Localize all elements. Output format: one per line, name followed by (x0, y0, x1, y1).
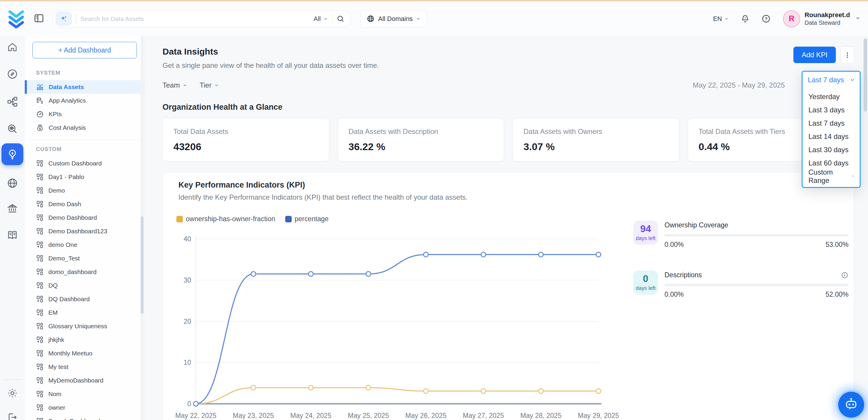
sidebar-item-custom-dashboard[interactable]: demo One (25, 238, 144, 251)
svg-text:30: 30 (183, 276, 191, 284)
svg-text:40: 40 (183, 235, 191, 243)
divider (332, 14, 333, 23)
dashboard-add-icon (36, 390, 44, 398)
sidebar-item-custom-dashboard[interactable]: Demo_Test (25, 251, 144, 265)
sidebar-item-custom-dashboard[interactable]: Demo Dash (25, 197, 144, 211)
globe-icon (367, 15, 375, 23)
sidebar-item-custom-dashboard[interactable]: Monthly Meetuo (25, 347, 144, 360)
sidebar-item-label: Glossary Uniqueness (49, 323, 107, 330)
home-icon[interactable] (7, 42, 18, 53)
kpi-progress-panel: 94 days left Ownership Coverage 0.00% 53… (633, 220, 848, 320)
legend-ownership[interactable]: ownership-has-owner-fraction (176, 215, 275, 223)
language-dropdown[interactable]: EN (713, 15, 729, 23)
glance-section-title: Organization Health at a Glance (162, 102, 854, 112)
kpi-row-descriptions[interactable]: 0 days left Descriptions 0.00% 52.00% (633, 270, 848, 299)
sidebar-item-custom-dashboard[interactable]: jhkjhk (25, 333, 144, 347)
menu-item-yesterday[interactable]: Yesterday (803, 90, 860, 103)
sidebar-item-custom-dashboard[interactable]: EM (25, 306, 144, 320)
sidebar-item-custom-dashboard[interactable]: Demo (25, 184, 144, 197)
sidebar-item-custom-dashboard[interactable]: owner (25, 401, 144, 414)
chatbot-button[interactable] (838, 392, 864, 418)
domains-label: All Domains (378, 15, 413, 23)
sidebar-scrollbar-thumb[interactable] (141, 216, 144, 314)
days-left-label: days left (636, 235, 655, 242)
user-menu-chevron-icon[interactable] (855, 16, 860, 22)
chevron-down-icon (183, 83, 187, 88)
info-icon[interactable] (841, 271, 848, 279)
menu-item-last-30-days[interactable]: Last 30 days (803, 143, 860, 156)
ai-sparkle-icon[interactable] (56, 12, 72, 26)
sidebar-item-custom-dashboard[interactable]: Demo Dashboard123 (25, 224, 144, 238)
more-options-button[interactable] (841, 47, 854, 64)
team-filter-dropdown[interactable]: Team (162, 81, 187, 89)
search-input[interactable] (81, 16, 310, 22)
svg-text:May 22, 2025: May 22, 2025 (175, 412, 216, 419)
main-scrollbar-thumb[interactable] (864, 38, 867, 112)
chevron-right-icon (850, 174, 855, 179)
tier-filter-dropdown[interactable]: Tier (200, 81, 219, 89)
sidebar-item-custom-dashboard[interactable]: Nom (25, 387, 144, 401)
sidebar-item-custom-dashboard[interactable]: Demo Dashboard (25, 211, 144, 224)
observability-search-eye-icon[interactable] (7, 123, 18, 134)
date-range-menu: Yesterday Last 3 days Last 7 days Last 1… (803, 88, 860, 187)
settings-gear-icon[interactable] (7, 388, 18, 399)
menu-item-custom-range[interactable]: Custom Range (803, 170, 860, 183)
sidebar-item-kpis[interactable]: KPIs (25, 107, 144, 121)
menu-item-last-7-days[interactable]: Last 7 days (803, 117, 860, 130)
page-subtitle: Get a single pane view of the health of … (162, 61, 379, 69)
global-search[interactable]: All (53, 10, 351, 27)
help-button[interactable]: ? (762, 14, 771, 23)
sidebar-item-label: Day1 - Pablo (49, 173, 84, 181)
sidebar-item-custom-dashboard[interactable]: MyDemoDashboard (25, 374, 144, 387)
sidebar-item-custom-dashboard[interactable]: DQ (25, 279, 144, 292)
date-range-trigger[interactable]: Last 7 days (803, 72, 860, 88)
sidebar-item-app-analytics[interactable]: App Analytics (25, 94, 144, 107)
kpi-target-pct: 53.00% (826, 241, 848, 249)
menu-item-last-14-days[interactable]: Last 14 days (803, 130, 860, 143)
chevron-down-icon (323, 17, 328, 21)
svg-text:10: 10 (183, 359, 191, 366)
sidebar-item-custom-dashboard[interactable]: domo_dashboard (25, 265, 144, 279)
avatar[interactable]: R (783, 10, 800, 27)
domains-globe-icon[interactable] (7, 178, 18, 189)
glossary-book-icon[interactable] (7, 230, 18, 241)
menu-item-last-60-days[interactable]: Last 60 days (803, 156, 860, 170)
notifications-button[interactable] (741, 14, 750, 23)
sidebar-item-custom-dashboard[interactable]: DQ Dashboard (25, 292, 144, 306)
topbar: All All Domains EN ? R Rounakpreet.d Dat… (0, 1, 868, 36)
app-logo-icon[interactable] (8, 9, 25, 28)
menu-item-label: Custom Range (808, 168, 850, 185)
search-scope-dropdown[interactable]: All (313, 15, 328, 23)
sidebar-item-custom-dashboard[interactable]: Glossary Uniqueness (25, 320, 144, 333)
bell-icon (741, 14, 750, 23)
add-dashboard-button[interactable]: + Add Dashboard (32, 42, 137, 58)
lineage-sitemap-icon[interactable] (7, 96, 18, 107)
icon-rail (0, 36, 25, 420)
dashboard-add-icon (36, 187, 44, 194)
sidebar-item-custom-dashboard[interactable]: My test (25, 360, 144, 374)
sidebar-item-custom-dashboard[interactable]: Custom Dashboard (25, 157, 144, 170)
sidebar-item-custom-dashboard[interactable]: Day1 - Pablo (25, 170, 144, 184)
chevron-down-icon (416, 17, 421, 21)
sidebar-item-data-assets[interactable]: Data Assets (25, 80, 144, 94)
dashboard-add-icon (36, 268, 44, 276)
menu-item-last-3-days[interactable]: Last 3 days (803, 103, 860, 117)
kpi-line-chart[interactable]: 010203040May 22, 2025May 23, 2025May 24,… (172, 228, 621, 420)
sidebar-toggle-icon[interactable] (34, 13, 44, 25)
date-range-selected: Last 7 days (808, 76, 844, 84)
dashboard-add-icon (36, 417, 44, 420)
search-icon[interactable] (337, 15, 345, 23)
dashboard-add-icon (36, 295, 44, 303)
explore-compass-icon[interactable] (7, 68, 18, 80)
sidebar-item-custom-dashboard[interactable]: Search Dashboard (25, 414, 144, 420)
logout-icon[interactable] (7, 412, 18, 420)
domains-dropdown[interactable]: All Domains (361, 10, 427, 27)
add-kpi-button[interactable]: Add KPI (794, 47, 836, 63)
kpi-row-ownership[interactable]: 94 days left Ownership Coverage 0.00% 53… (633, 220, 848, 249)
governance-bank-icon[interactable] (7, 203, 18, 214)
sidebar-item-cost-analysis[interactable]: Cost Analysis (25, 121, 144, 134)
user-menu[interactable]: Rounakpreet.d Data Steward (805, 11, 850, 26)
legend-percentage[interactable]: percentage (285, 215, 329, 223)
insights-nav-active[interactable] (1, 143, 23, 165)
legend-swatch-blue (285, 216, 292, 222)
